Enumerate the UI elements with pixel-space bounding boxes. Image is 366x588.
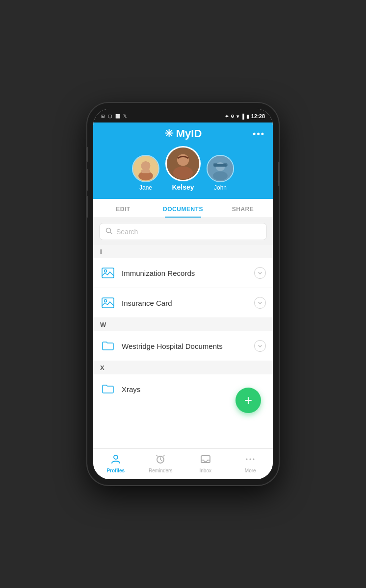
outlook-icon: ⬜ — [115, 114, 120, 119]
volume-up-button — [86, 169, 88, 191]
list-item[interactable]: Immunization Records — [93, 258, 273, 288]
twitter-icon: 𝕏 — [123, 114, 127, 119]
mute-button — [86, 147, 88, 162]
list-item[interactable]: Insurance Card — [93, 288, 273, 318]
square-icon: ▢ — [108, 114, 112, 119]
tabs-bar: EDIT DOCUMENTS SHARE — [93, 199, 273, 218]
doc-immunization-label: Immunization Records — [122, 269, 254, 277]
plus-icon: + — [244, 393, 252, 407]
document-list: I Immunization Records — [93, 245, 273, 448]
app-title: MyID — [176, 127, 202, 140]
avatar-jane — [132, 155, 159, 182]
menu-dots-button[interactable]: ••• — [253, 129, 265, 139]
profile-john-name: John — [214, 184, 227, 191]
doc-westridge-label: Westridge Hospital Documents — [122, 342, 254, 350]
folder-icon — [100, 338, 116, 354]
tab-edit[interactable]: EDIT — [93, 199, 153, 218]
avatar-kelsey — [165, 146, 201, 181]
status-time: 12:28 — [251, 113, 265, 119]
more-icon — [245, 454, 256, 467]
svg-point-3 — [141, 161, 151, 171]
profiles-row: Jane — [128, 146, 238, 191]
nav-reminders-label: Reminders — [149, 468, 172, 473]
list-item[interactable]: Westridge Hospital Documents — [93, 331, 273, 361]
app-logo: ✳ MyID — [164, 127, 202, 140]
svg-rect-4 — [141, 170, 151, 173]
logo-asterisk-icon: ✳ — [164, 127, 173, 140]
nav-reminders[interactable]: Reminders — [138, 452, 183, 475]
svg-point-20 — [114, 455, 118, 459]
fab-container: + — [235, 388, 261, 413]
section-header-i: I — [93, 245, 273, 258]
status-left-icons: ⊞ ▢ ⬜ 𝕏 — [101, 114, 127, 119]
svg-point-19 — [105, 300, 107, 302]
alarm-icon — [155, 454, 166, 467]
svg-point-17 — [105, 270, 107, 272]
nav-profiles-label: Profiles — [106, 468, 125, 473]
phone-screen: ⊞ ▢ ⬜ 𝕏 ✦ ⊖ ▾ ▐ ▮ 12:28 ✳ MyID ••• — [93, 109, 273, 479]
svg-point-24 — [250, 459, 251, 460]
image-icon — [100, 295, 116, 311]
inbox-icon — [200, 454, 211, 467]
svg-rect-18 — [102, 298, 114, 308]
volume-down-button — [86, 196, 88, 218]
search-box[interactable]: Search — [99, 223, 267, 240]
header-top: ✳ MyID ••• — [101, 127, 265, 140]
nav-inbox-label: Inbox — [200, 468, 211, 473]
search-placeholder: Search — [116, 228, 138, 236]
bottom-nav: Profiles Reminders — [93, 448, 273, 479]
person-icon — [110, 454, 121, 467]
doc-insurance-label: Insurance Card — [122, 299, 254, 307]
cellular-icon: ▐ — [241, 114, 244, 119]
nav-more-label: More — [245, 468, 256, 473]
folder-icon — [100, 381, 116, 397]
svg-point-23 — [246, 459, 248, 460]
svg-rect-13 — [214, 164, 227, 167]
chevron-down-icon — [254, 297, 266, 309]
svg-rect-16 — [102, 268, 114, 278]
signal-icon: ⊖ — [231, 114, 235, 119]
image-icon — [100, 265, 116, 281]
profile-jane-name: Jane — [139, 184, 152, 191]
status-bar: ⊞ ▢ ⬜ 𝕏 ✦ ⊖ ▾ ▐ ▮ 12:28 — [93, 109, 273, 122]
nav-inbox[interactable]: Inbox — [183, 452, 228, 475]
app-header: ✳ MyID ••• — [93, 122, 273, 199]
nav-profiles[interactable]: Profiles — [93, 452, 138, 475]
phone-frame: ⊞ ▢ ⬜ 𝕏 ✦ ⊖ ▾ ▐ ▮ 12:28 ✳ MyID ••• — [87, 103, 279, 485]
tab-share[interactable]: SHARE — [213, 199, 273, 218]
svg-point-7 — [173, 167, 193, 179]
power-button — [278, 162, 280, 186]
chevron-down-icon — [254, 340, 266, 352]
nav-more[interactable]: More — [228, 452, 273, 475]
profile-kelsey[interactable]: Kelsey — [165, 146, 201, 191]
svg-line-15 — [110, 232, 112, 234]
section-header-x: X — [93, 361, 273, 374]
tab-documents[interactable]: DOCUMENTS — [153, 199, 213, 218]
status-right-icons: ✦ ⊖ ▾ ▐ ▮ 12:28 — [225, 113, 265, 119]
add-document-button[interactable]: + — [235, 388, 261, 413]
bluetooth-icon: ✦ — [225, 114, 229, 119]
avatar-john — [207, 155, 234, 182]
svg-point-12 — [213, 172, 228, 181]
chevron-down-icon — [254, 267, 266, 279]
profile-jane[interactable]: Jane — [132, 155, 159, 191]
search-icon — [105, 227, 112, 236]
battery-icon: ▮ — [246, 114, 249, 119]
wifi-icon: ▾ — [236, 114, 239, 119]
grid-icon: ⊞ — [101, 114, 105, 119]
search-container: Search — [93, 218, 273, 245]
profile-john[interactable]: John — [207, 155, 234, 191]
svg-point-25 — [253, 459, 255, 460]
profile-kelsey-name: Kelsey — [172, 183, 194, 191]
section-header-w: W — [93, 318, 273, 331]
